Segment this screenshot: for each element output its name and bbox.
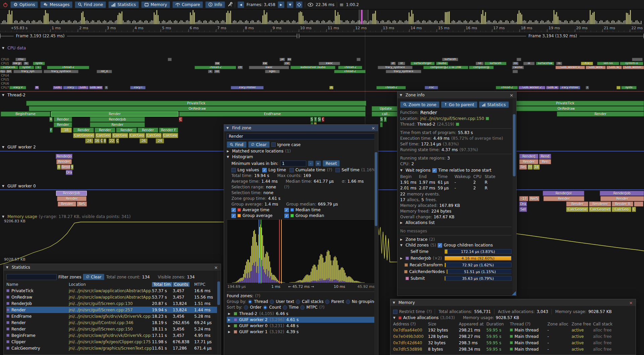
cpu-zone[interactable]: A B xyxy=(581,62,593,65)
allocations-list-expander[interactable]: Allocations list xyxy=(400,220,512,225)
zoom-to-zone-button[interactable]: Zoom to zone xyxy=(400,101,439,108)
column-header[interactable]: Call stack xyxy=(593,322,630,326)
scrollbar-thumb[interactable] xyxy=(513,114,516,176)
filter-zones-input[interactable] xyxy=(6,274,57,280)
timeline-zone[interactable]: 18 xyxy=(61,128,72,133)
column-header[interactable]: State xyxy=(485,174,497,179)
go-to-parent-button[interactable]: ↑Go to parent xyxy=(441,101,477,108)
timeline-zone[interactable]: C xyxy=(322,117,324,122)
histogram-option-checkbox[interactable] xyxy=(335,168,340,172)
scrollbar[interactable] xyxy=(217,271,220,354)
column-header[interactable]: Time xyxy=(438,174,454,179)
memory-titlebar[interactable]: Memory xyxy=(390,299,636,306)
zone-info-titlebar[interactable]: Zone info xyxy=(397,92,516,98)
group-by-radio[interactable] xyxy=(296,300,300,304)
timeline-zone[interactable]: Rend xyxy=(61,165,70,170)
cpu-zone[interactable]: Thread-2 xyxy=(496,86,518,89)
cpu-zone[interactable]: Thread-2 xyxy=(334,70,366,73)
column-header[interactable]: Total tim xyxy=(152,282,173,287)
table-row[interactable]: OnRedrawjni/../jni/src/claw/application/… xyxy=(6,294,218,300)
cpu-zone[interactable]: tracy_systrace xyxy=(44,70,78,73)
options-button[interactable]: Options xyxy=(10,1,38,8)
cpu-zone[interactable] xyxy=(616,86,621,89)
find-button[interactable]: Find xyxy=(227,141,247,148)
timeline-zone[interactable]: Render xyxy=(54,117,72,122)
matched-source-locations-expander[interactable]: Matched source locations (1) xyxy=(227,149,375,153)
column-header[interactable]: Begin xyxy=(400,174,419,179)
column-header[interactable]: Zone alloc xyxy=(547,322,572,326)
group-by-radio[interactable] xyxy=(325,300,329,304)
time-relative-checkbox[interactable] xyxy=(432,168,437,173)
cpu-zone[interactable]: M xyxy=(35,86,39,89)
cpu-zone[interactable]: rworke xyxy=(512,66,524,69)
timeline-zone[interactable]: F xyxy=(50,128,53,133)
timeline-zone[interactable]: RenderJob xyxy=(600,191,644,196)
cpu-zone[interactable]: kw:gr xyxy=(12,62,22,65)
column-header[interactable]: Size xyxy=(428,322,459,326)
cpu-zone[interactable] xyxy=(632,58,643,61)
timeline-zone[interactable]: Update xyxy=(372,106,400,111)
cpu-zone[interactable]: /audio xyxy=(436,62,448,65)
table-row[interactable]: Clipperjni/../jni/src/claw/gfx/geo/Clipp… xyxy=(6,339,218,345)
frame-histogram[interactable] xyxy=(0,9,644,25)
timeline-zone[interactable]: BeginFrame xyxy=(1,112,50,117)
cpu-zone[interactable]: kw xyxy=(262,62,268,65)
timeline-zone[interactable]: 8 xyxy=(57,165,61,170)
min-bin-input[interactable]: 1 xyxy=(280,161,306,167)
timeline-zone[interactable]: CalcGeo xyxy=(612,207,631,212)
column-header[interactable]: Name xyxy=(6,282,69,287)
frame-markers[interactable]: Frame 3,193 (22.45 ms)Frame 3,194 (13.92… xyxy=(0,32,644,40)
column-header[interactable]: MTPC xyxy=(194,282,218,287)
cpu-zone[interactable]: Tracy I xyxy=(130,86,146,89)
messages-button[interactable]: Messages xyxy=(40,1,72,8)
found-zone-group-row[interactable]: Thread-2(4,105)6.46 s xyxy=(227,311,375,317)
cpu-zone[interactable]: audioserver /audio xyxy=(290,66,335,69)
cpu-zone[interactable]: kwoc xyxy=(249,66,289,69)
cpu-zone[interactable] xyxy=(517,58,521,61)
next-frame-button[interactable] xyxy=(278,1,284,8)
cpu-zone[interactable]: rol xyxy=(513,62,519,65)
cpu-zone[interactable]: jal xyxy=(279,58,285,61)
cpu-zone[interactable]: GUIF worker xyxy=(623,66,644,69)
timeline-zone[interactable]: Render xyxy=(54,122,72,127)
timeline-zone[interactable]: Render xyxy=(519,159,538,164)
timeline-zone[interactable]: Render xyxy=(57,196,87,201)
cpu-zone[interactable] xyxy=(168,58,172,61)
legend-checkbox[interactable] xyxy=(231,214,236,218)
timeline-zone[interactable]: 8 xyxy=(103,138,106,143)
column-header[interactable]: Location xyxy=(69,282,152,287)
legend-checkbox[interactable] xyxy=(231,208,236,212)
timeline-zone[interactable]: CalcGeome xyxy=(566,207,588,212)
group-by-radio[interactable] xyxy=(346,300,350,304)
scrollbar[interactable] xyxy=(513,99,516,295)
find-zone-histogram-chart[interactable] xyxy=(227,219,375,284)
statistics-button[interactable]: Statistics xyxy=(108,1,139,8)
child-zone-row[interactable]: Self time172.14 µs (3.83%) xyxy=(400,249,512,254)
find-zone-search-input[interactable]: Render xyxy=(227,133,375,139)
allocation-row[interactable]: 0x7e049b3d00128 bytes298.27 ms59.95 sMai… xyxy=(393,333,633,340)
cpu-zone[interactable] xyxy=(513,70,518,73)
cpu-zone[interactable]: au xyxy=(287,58,291,61)
info-button[interactable]: Info xyxy=(205,1,225,8)
frame-marker-label[interactable]: Frame 3,194 (13.92 ms) xyxy=(526,34,580,38)
child-zone-row[interactable]: RecalcTransform72.92 µs (1.62%) xyxy=(400,262,512,268)
cpu-zone[interactable]: nd xyxy=(214,70,220,73)
cpu-zone[interactable]: Thread-2 xyxy=(195,66,236,69)
histogram-option-checkbox[interactable] xyxy=(231,168,236,172)
prev-frame-button[interactable] xyxy=(237,1,244,8)
timeline-zone[interactable]: C xyxy=(632,207,636,212)
tools-button[interactable] xyxy=(227,2,232,7)
timeline-zone[interactable]: Render xyxy=(51,112,178,117)
close-icon[interactable] xyxy=(371,126,376,131)
timeline-zone[interactable]: CalcGeo xyxy=(129,133,145,138)
cpu-zone[interactable] xyxy=(357,58,361,61)
cpu-zone[interactable]: GUIF xyxy=(53,86,62,89)
active-allocations-expander[interactable]: Active allocations (3,043) Memory usage:… xyxy=(393,315,633,320)
timeline-zone[interactable]: S xyxy=(380,117,383,122)
timeline-zone[interactable] xyxy=(380,122,383,127)
timeline-zone[interactable]: 9 xyxy=(71,165,73,170)
cpu-zone[interactable]: Trac xyxy=(425,86,438,89)
cpu-zone[interactable]: syster xyxy=(19,66,34,69)
cpu-zone[interactable]: rot_d xyxy=(97,70,112,73)
cpu-zone[interactable]: surfacefinger xyxy=(411,62,435,65)
